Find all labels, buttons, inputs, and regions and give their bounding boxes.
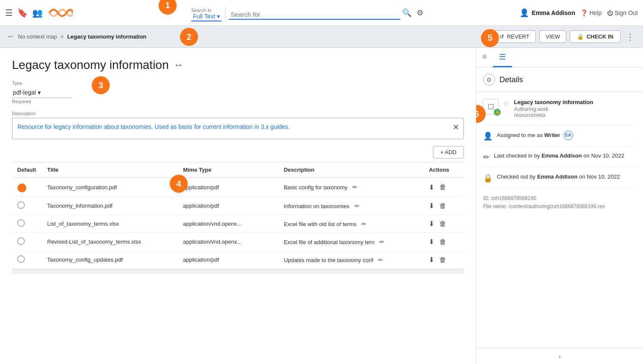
help-button[interactable]: ❓ Help xyxy=(580,9,602,16)
desc-cell: Information on taxonomies ✏ xyxy=(279,197,424,215)
delete-icon[interactable]: 🗑 xyxy=(439,183,446,191)
edit-description-icon[interactable]: ✏ xyxy=(352,184,358,191)
panel-tabs: ≡ ☰ xyxy=(476,48,643,68)
search-in-wrapper: Search in Full Text ▾ xyxy=(191,4,222,21)
description-close-icon[interactable]: ✕ xyxy=(453,122,459,132)
ea-badge: EA xyxy=(564,131,573,140)
download-icon[interactable]: ⬇ xyxy=(429,256,434,264)
meta-id: ID: zxh1666878566190 xyxy=(483,194,636,203)
lock-icon: 🔒 xyxy=(577,33,584,40)
desc-cell: Updates made to the taxonomy conf ✏ xyxy=(279,251,424,269)
resource-card: ☐ 🔒 ☆ Legacy taxonomy information Author… xyxy=(483,92,636,125)
table-row: Taxonomy_config_updates.pdf application/… xyxy=(12,251,464,269)
radio-empty-icon[interactable] xyxy=(17,255,25,263)
download-icon[interactable]: ⬇ xyxy=(429,183,434,191)
resource-name: Legacy taxonomy information xyxy=(514,99,636,106)
type-section: Type pdf-legal ▾ Required 3 xyxy=(12,81,464,104)
horizontal-scrollbar[interactable] xyxy=(12,269,464,274)
fit-width-icon[interactable]: ↔ xyxy=(174,60,183,71)
breadcrumb-no-context[interactable]: No context map xyxy=(18,33,57,40)
delete-icon[interactable]: 🗑 xyxy=(439,202,446,210)
mime-cell: application/pdf xyxy=(178,178,279,197)
resource-sub2: resourcemeta xyxy=(514,112,636,118)
radio-empty-icon[interactable] xyxy=(17,237,25,245)
default-cell[interactable]: ⬤ xyxy=(12,178,42,197)
top-navigation: ☰ 🔖 👥 1 Search in Full Text ▾ 🔍 xyxy=(0,0,643,26)
download-icon[interactable]: ⬇ xyxy=(429,238,434,246)
hamburger-icon[interactable]: ☰ xyxy=(5,8,13,18)
delete-icon[interactable]: 🗑 xyxy=(439,256,446,264)
delete-icon[interactable]: 🗑 xyxy=(439,238,446,246)
filter-icon[interactable]: ⚙ xyxy=(413,8,427,18)
bookmark-icon[interactable]: 🔖 xyxy=(17,8,28,18)
delete-icon[interactable]: 🗑 xyxy=(439,220,446,228)
revert-button[interactable]: ↺ REVERT xyxy=(493,30,536,43)
required-text: Required xyxy=(12,99,464,104)
last-checkedin-text: Last checked in by Emma Addison on Nov 1… xyxy=(494,152,624,160)
pencil-icon: ✏ xyxy=(483,152,490,162)
radio-empty-icon[interactable] xyxy=(17,219,25,227)
view-button[interactable]: VIEW xyxy=(539,30,566,43)
panel-tab-details[interactable]: ☰ xyxy=(493,48,512,67)
actions-cell: ⬇ 🗑 xyxy=(424,233,464,251)
desc-cell: Excel file of additional taxonomy tern ✏ xyxy=(279,233,424,251)
search-icon[interactable]: 🔍 xyxy=(400,8,413,18)
user-area[interactable]: 👤 Emma Addison xyxy=(520,8,575,18)
sign-out-button[interactable]: ⏻ Sign Out xyxy=(607,9,638,16)
checkin-button[interactable]: 🔒 CHECK IN xyxy=(570,30,621,43)
panel-tab-list[interactable]: ≡ xyxy=(476,48,493,67)
description-label: Description xyxy=(12,111,464,116)
desc-cell: Excel file with old list of terms ✏ xyxy=(279,215,424,233)
default-cell[interactable] xyxy=(12,251,42,269)
col-actions: Actions xyxy=(424,162,464,178)
description-text[interactable]: Resource for legacy information about ta… xyxy=(18,122,458,131)
assigned-role: Writer xyxy=(544,131,562,138)
edit-description-icon[interactable]: ✏ xyxy=(361,221,367,227)
details-header: D Details xyxy=(476,68,643,92)
badge-3: 3 xyxy=(92,76,110,94)
left-content: Legacy taxonomy information ↔ Type pdf-l… xyxy=(0,48,476,364)
more-options-icon[interactable]: ⋮ xyxy=(624,30,636,44)
actions-cell: ⬇ 🗑 xyxy=(424,251,464,269)
people-icon[interactable]: 👥 xyxy=(32,8,43,18)
breadcrumb-actions: 5 ↺ REVERT VIEW 🔒 CHECK IN ⋮ xyxy=(490,30,636,44)
page-title: Legacy taxonomy information xyxy=(12,58,169,72)
chevron-down-icon: ▾ xyxy=(38,89,41,96)
table-row: ⬤ Taxonomy_configuration.pdf application… xyxy=(12,178,464,197)
title-cell: Taxonomy_information.pdf xyxy=(42,197,178,215)
star-icon[interactable]: ☆ xyxy=(503,99,510,108)
desc-cell: Basic config for taxonomy ✏ xyxy=(279,178,424,197)
mime-cell: application/vnd.openx... xyxy=(178,233,279,251)
default-cell[interactable] xyxy=(12,197,42,215)
badge-2: 2 xyxy=(180,28,198,46)
app-logo xyxy=(47,4,73,21)
add-button[interactable]: + ADD xyxy=(433,146,464,158)
panel-collapse-button[interactable]: › xyxy=(476,348,643,364)
download-icon[interactable]: ⬇ xyxy=(429,202,434,210)
files-table: Default Title Mime Type Description Acti… xyxy=(12,162,464,269)
power-icon: ⏻ xyxy=(607,9,613,16)
type-dropdown[interactable]: pdf-legal ▾ xyxy=(12,87,72,98)
radio-empty-icon[interactable] xyxy=(17,201,25,209)
edit-description-icon[interactable]: ✏ xyxy=(355,203,360,209)
last-checkedin-name: Emma Addison xyxy=(541,152,583,159)
main-layout: Legacy taxonomy information ↔ Type pdf-l… xyxy=(0,48,643,364)
edit-description-icon[interactable]: ✏ xyxy=(378,257,383,263)
title-cell: Taxonomy_configuration.pdf xyxy=(42,178,178,197)
default-cell[interactable] xyxy=(12,233,42,251)
title-cell: List_of_taxonomy_terms.xlsx xyxy=(42,215,178,233)
assigned-text: Assigned to me as Writer EA xyxy=(497,131,573,140)
breadcrumb-current: Legacy taxonomy information xyxy=(67,33,147,40)
search-input[interactable] xyxy=(231,6,399,18)
radio-selected-icon[interactable]: ⬤ xyxy=(17,182,27,192)
files-table-wrapper: 4 Default Title Mime Type Description Ac… xyxy=(12,162,464,274)
edit-description-icon[interactable]: ✏ xyxy=(379,239,385,245)
back-button[interactable]: ← xyxy=(7,32,15,41)
checked-out-text: Checked out by Emma Addison on Nov 10, 2… xyxy=(497,173,620,181)
meta-section: ID: zxh1666878566190 File name: /content… xyxy=(483,188,636,217)
default-cell[interactable] xyxy=(12,215,42,233)
download-icon[interactable]: ⬇ xyxy=(429,220,434,228)
page-title-row: Legacy taxonomy information ↔ xyxy=(12,58,464,72)
checked-out-row: 🔒 Checked out by Emma Addison on Nov 10,… xyxy=(483,167,636,188)
search-divider xyxy=(225,7,225,19)
